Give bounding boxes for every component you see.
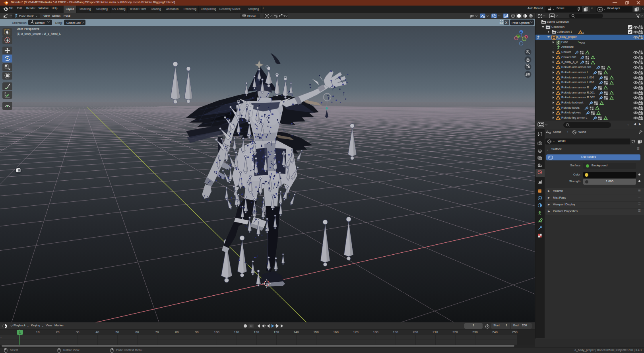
- svg-text:Select Box: Select Box: [66, 21, 81, 25]
- svg-text:Pose Options: Pose Options: [512, 21, 530, 25]
- svg-text:Default: Default: [35, 21, 45, 25]
- svg-text:Orientation:: Orientation:: [12, 21, 27, 25]
- svg-text:Drag:: Drag:: [55, 21, 62, 25]
- svg-text:Z: Z: [520, 30, 522, 33]
- svg-text:13: 13: [499, 21, 503, 25]
- svg-text:X: X: [505, 21, 508, 25]
- svg-text:(1) a_body_proper : cf_s_hand_: (1) a_body_proper : cf_s_hand_L: [17, 32, 61, 35]
- svg-text:User Perspective: User Perspective: [17, 27, 39, 31]
